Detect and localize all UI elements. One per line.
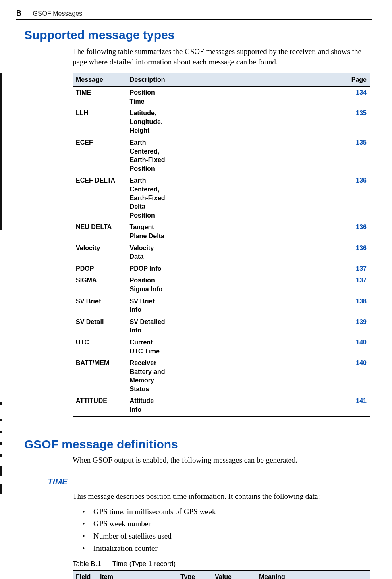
table-row: NEU DELTATangent Plane Delta136 [73, 221, 370, 242]
col-page: Page [168, 73, 370, 86]
summary-table: Message Description Page TIMEPosition Ti… [73, 73, 370, 416]
time-bullets: GPS time, in milliseconds of GPS weekGPS… [82, 506, 370, 555]
table-row: TIMEPosition Time134 [73, 87, 370, 108]
cell-message: SIGMA [73, 274, 127, 295]
col-meaning: Meaning [256, 570, 370, 579]
detail-table: Field Item Type Value Meaning 0Output re… [73, 570, 370, 579]
page: B GSOF Messages Supported message types … [0, 0, 392, 579]
cell-page-link[interactable]: 135 [168, 107, 370, 137]
cell-description: Position Time [127, 87, 168, 108]
table-caption: Table B.1 Time (Type 1 record) [73, 560, 370, 567]
list-item: Number of satellites used [82, 530, 370, 542]
table-row: ECEF DELTAEarth-Centered, Earth-Fixed De… [73, 174, 370, 221]
cell-message: NEU DELTA [73, 221, 127, 242]
heading-time: TIME [48, 477, 370, 486]
cell-message: ECEF DELTA [73, 174, 127, 221]
cell-description: Earth-Centered, Earth-Fixed Position [127, 137, 168, 174]
cell-description: Latitude, Longitude, Height [127, 107, 168, 137]
list-item: GPS time, in milliseconds of GPS week [82, 506, 370, 518]
cell-message: ECEF [73, 137, 127, 174]
cell-page-link[interactable]: 136 [168, 174, 370, 221]
cell-message: SV Brief [73, 295, 127, 316]
cell-description: Position Sigma Info [127, 274, 168, 295]
cell-description: PDOP Info [127, 263, 168, 275]
table-row: UTCCurrent UTC Time140 [73, 336, 370, 357]
cell-description: Current UTC Time [127, 336, 168, 357]
table-row: LLHLatitude, Longitude, Height135 [73, 107, 370, 137]
col-value: Value [212, 570, 256, 579]
table-row: SV DetailSV Detailed Info139 [73, 316, 370, 336]
header-rule [16, 19, 372, 20]
table-caption-title: Time (Type 1 record) [112, 560, 176, 568]
section-title: GSOF Messages [33, 10, 83, 17]
cell-message: BATT/MEM [73, 357, 127, 395]
cell-message: SV Detail [73, 316, 127, 336]
list-item: GPS week number [82, 518, 370, 530]
col-description: Description [127, 73, 168, 86]
cell-description: Tangent Plane Delta [127, 221, 168, 242]
cell-page-link[interactable]: 136 [168, 242, 370, 263]
cell-description: Velocity Data [127, 242, 168, 263]
cell-message: ATTITUDE [73, 395, 127, 416]
col-type: Type [177, 570, 212, 579]
cell-message: TIME [73, 87, 127, 108]
cell-page-link[interactable]: 139 [168, 316, 370, 336]
cell-page-link[interactable]: 140 [168, 336, 370, 357]
time-intro-paragraph: This message describes position time inf… [73, 491, 370, 502]
cell-message: PDOP [73, 263, 127, 275]
cell-message: UTC [73, 336, 127, 357]
table-row: ATTITUDEAttitude Info141 [73, 395, 370, 416]
cell-message: Velocity [73, 242, 127, 263]
list-item: Initialization counter [82, 542, 370, 554]
table-caption-label: Table B.1 [73, 560, 101, 568]
table-row: ECEFEarth-Centered, Earth-Fixed Position… [73, 137, 370, 174]
table-row: SIGMAPosition Sigma Info137 [73, 274, 370, 295]
col-message: Message [73, 73, 127, 86]
left-margin-marks [0, 0, 4, 579]
cell-page-link[interactable]: 135 [168, 137, 370, 174]
content-area: Supported message types The following ta… [0, 0, 392, 579]
col-field: Field [73, 570, 97, 579]
cell-page-link[interactable]: 137 [168, 263, 370, 275]
cell-description: Earth-Centered, Earth-Fixed Delta Positi… [127, 174, 168, 221]
table-row: BATT/MEMReceiver Battery and Memory Stat… [73, 357, 370, 395]
col-item: Item [97, 570, 177, 579]
heading-supported-message-types: Supported message types [24, 28, 370, 42]
cell-page-link[interactable]: 137 [168, 274, 370, 295]
cell-page-link[interactable]: 134 [168, 87, 370, 108]
cell-message: LLH [73, 107, 127, 137]
cell-page-link[interactable]: 136 [168, 221, 370, 242]
cell-description: Attitude Info [127, 395, 168, 416]
table-row: SV BriefSV Brief Info138 [73, 295, 370, 316]
cell-page-link[interactable]: 140 [168, 357, 370, 395]
heading-gsof-message-definitions: GSOF message definitions [24, 438, 370, 451]
section-letter: B [16, 9, 22, 17]
cell-description: Receiver Battery and Memory Status [127, 357, 168, 395]
cell-description: SV Detailed Info [127, 316, 168, 336]
cell-description: SV Brief Info [127, 295, 168, 316]
intro-paragraph: The following table summarizes the GSOF … [73, 46, 370, 67]
cell-page-link[interactable]: 138 [168, 295, 370, 316]
defs-intro-paragraph: When GSOF output is enabled, the followi… [73, 455, 370, 465]
table-row: VelocityVelocity Data136 [73, 242, 370, 263]
table-row: PDOPPDOP Info137 [73, 263, 370, 275]
cell-page-link[interactable]: 141 [168, 395, 370, 416]
